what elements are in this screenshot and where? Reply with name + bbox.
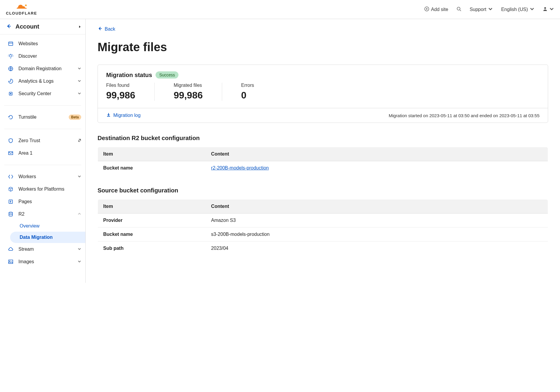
nav-label: Discover [18, 54, 81, 59]
sidebar-item-analytics-logs[interactable]: Analytics & Logs [0, 75, 85, 87]
arrow-left-icon [6, 23, 11, 30]
sidebar: Account WebsitesDiscoverDomain Registrat… [0, 19, 86, 283]
nav-label: Domain Registration [18, 66, 78, 71]
account-label: Account [15, 23, 78, 30]
chevron-down-icon [78, 247, 81, 252]
svg-point-0 [25, 4, 27, 6]
chip-icon [7, 91, 14, 96]
svg-rect-8 [10, 93, 11, 94]
brand-text: CLOUDFLARE [6, 11, 37, 15]
cloud-icon [7, 247, 14, 252]
page-title: Migrate files [98, 40, 548, 54]
beta-badge: Beta [69, 115, 81, 120]
refresh-icon [7, 115, 14, 120]
sidebar-item-stream[interactable]: Stream [0, 243, 85, 255]
status-badge: Success [156, 71, 178, 79]
stat-label: Files found [106, 83, 135, 88]
cell-item: Bucket name [98, 228, 206, 242]
arrow-left-icon [98, 26, 102, 32]
cloudflare-logo[interactable]: CLOUDFLARE [6, 4, 37, 15]
chevron-down-icon [549, 7, 554, 12]
support-dropdown[interactable]: Support [470, 7, 493, 12]
source-section-title: Source bucket configuration [98, 187, 548, 194]
language-dropdown[interactable]: English (US) [501, 7, 534, 12]
svg-point-13 [10, 261, 10, 262]
sidebar-item-security-center[interactable]: Security Center [0, 87, 85, 100]
destination-section-title: Destination R2 bucket configuration [98, 135, 548, 142]
shield-icon [7, 138, 14, 143]
nav-label: Analytics & Logs [18, 79, 78, 84]
table-row: Bucket names3-200B-models-production [98, 228, 548, 242]
cloud-icon [15, 4, 28, 10]
source-table: Item Content ProviderAmazon S3Bucket nam… [98, 199, 548, 255]
back-link[interactable]: Back [98, 26, 115, 32]
support-label: Support [470, 7, 486, 12]
table-row: Sub path2023/04 [98, 242, 548, 255]
download-icon [106, 112, 111, 118]
nav-label: Zero Trust [18, 138, 76, 143]
search-button[interactable] [457, 7, 461, 12]
sidebar-item-domain-registration[interactable]: Domain Registration [0, 62, 85, 75]
svg-rect-4 [9, 42, 13, 46]
chevron-down-icon [78, 79, 81, 84]
nav-label: Area 1 [18, 150, 81, 156]
add-site-label: Add site [431, 7, 448, 12]
sidebar-item-websites[interactable]: Websites [0, 37, 85, 50]
chevron-down-icon [488, 7, 493, 12]
sidebar-item-discover[interactable]: Discover [0, 50, 85, 62]
stat-label: Errors [241, 83, 254, 88]
chevron-down-icon [78, 91, 81, 96]
th-content: Content [206, 147, 548, 161]
sidebar-sub-overview[interactable]: Overview [18, 220, 85, 232]
user-menu[interactable] [543, 7, 554, 12]
window-icon [7, 41, 14, 46]
user-icon [543, 7, 548, 12]
chevron-down-icon [78, 174, 81, 179]
pie-icon [7, 79, 14, 84]
external-link-icon [78, 138, 81, 143]
account-header[interactable]: Account [0, 19, 85, 35]
sidebar-item-r2[interactable]: R2 [0, 208, 85, 220]
th-content: Content [206, 200, 548, 214]
sidebar-item-pages[interactable]: Pages [0, 195, 85, 208]
table-row: Bucket namer2-200B-models-production [98, 161, 548, 175]
nav-label: Stream [18, 247, 78, 252]
svg-point-5 [10, 55, 12, 57]
nav-divider [4, 129, 81, 129]
sidebar-item-workers-for-platforms[interactable]: Workers for Platforms [0, 183, 85, 195]
sidebar-sub-data-migration[interactable]: Data Migration [10, 232, 85, 243]
db-icon [7, 211, 14, 217]
svg-point-3 [544, 7, 546, 9]
bucket-link[interactable]: r2-200B-models-production [211, 165, 269, 170]
sidebar-item-workers[interactable]: Workers [0, 170, 85, 183]
stat-value: 0 [241, 90, 254, 101]
svg-point-11 [9, 212, 12, 213]
stat-block: Migrated files99,986 [174, 83, 222, 101]
main-content: Back Migrate files Migration status Succ… [86, 19, 560, 283]
cell-content: s3-200B-models-production [211, 232, 270, 237]
stat-label: Migrated files [174, 83, 203, 88]
migration-log-link[interactable]: Migration log [106, 112, 141, 118]
nav-divider [4, 165, 81, 165]
destination-table: Item Content Bucket namer2-200B-models-p… [98, 147, 548, 175]
chevron-down-icon [530, 7, 534, 12]
sidebar-item-zero-trust[interactable]: Zero Trust [0, 134, 85, 147]
th-item: Item [98, 200, 206, 214]
plus-circle-icon [424, 7, 429, 12]
add-site-button[interactable]: Add site [424, 7, 448, 12]
sidebar-item-area-1[interactable]: Area 1 [0, 147, 85, 159]
nav-label: Images [18, 259, 78, 264]
table-row: ProviderAmazon S3 [98, 214, 548, 228]
sidebar-item-images[interactable]: Images [0, 255, 85, 268]
nav-label: Workers [18, 174, 78, 179]
nav-label: Pages [18, 199, 81, 204]
caret-right-icon [78, 24, 81, 29]
language-label: English (US) [501, 7, 528, 12]
globe-icon [7, 66, 14, 71]
migration-status-panel: Migration status Success Files found99,9… [98, 65, 548, 123]
svg-point-2 [457, 7, 460, 10]
mail-icon [7, 150, 14, 156]
nav-label: Workers for Platforms [18, 186, 81, 192]
stat-block: Files found99,986 [106, 83, 155, 101]
sidebar-item-turnstile[interactable]: TurnstileBeta [0, 111, 85, 123]
